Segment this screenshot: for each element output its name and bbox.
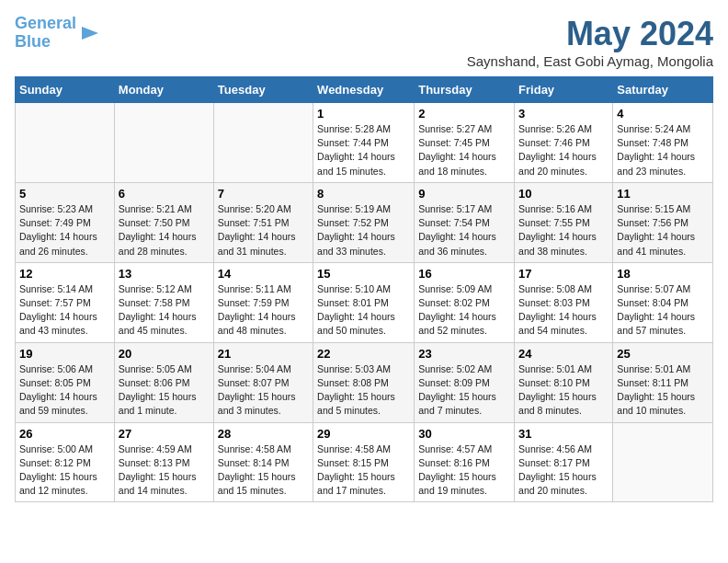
logo-arrow-icon [80, 23, 100, 43]
calendar-table: SundayMondayTuesdayWednesdayThursdayFrid… [15, 76, 713, 502]
week-row-4: 19Sunrise: 5:06 AM Sunset: 8:05 PM Dayli… [16, 342, 713, 422]
day-info: Sunrise: 5:02 AM Sunset: 8:09 PM Dayligh… [418, 362, 510, 419]
calendar-cell: 20Sunrise: 5:05 AM Sunset: 8:06 PM Dayli… [114, 342, 213, 422]
day-info: Sunrise: 5:16 AM Sunset: 7:55 PM Dayligh… [518, 202, 609, 259]
week-row-2: 5Sunrise: 5:23 AM Sunset: 7:49 PM Daylig… [16, 182, 713, 262]
day-info: Sunrise: 5:14 AM Sunset: 7:57 PM Dayligh… [19, 282, 110, 339]
day-info: Sunrise: 5:04 AM Sunset: 8:07 PM Dayligh… [218, 362, 309, 419]
calendar-cell: 19Sunrise: 5:06 AM Sunset: 8:05 PM Dayli… [16, 342, 115, 422]
day-info: Sunrise: 5:01 AM Sunset: 8:10 PM Dayligh… [518, 362, 609, 419]
day-info: Sunrise: 4:58 AM Sunset: 8:15 PM Dayligh… [317, 442, 410, 499]
day-info: Sunrise: 5:08 AM Sunset: 8:03 PM Dayligh… [518, 282, 609, 339]
logo-text: General Blue [15, 15, 76, 52]
calendar-cell: 18Sunrise: 5:07 AM Sunset: 8:04 PM Dayli… [613, 262, 713, 342]
day-number: 10 [518, 187, 609, 201]
day-number: 18 [617, 267, 709, 281]
day-info: Sunrise: 5:17 AM Sunset: 7:54 PM Dayligh… [418, 202, 510, 259]
calendar-cell: 6Sunrise: 5:21 AM Sunset: 7:50 PM Daylig… [114, 182, 213, 262]
day-number: 23 [418, 347, 510, 361]
calendar-cell: 5Sunrise: 5:23 AM Sunset: 7:49 PM Daylig… [16, 182, 115, 262]
day-info: Sunrise: 5:12 AM Sunset: 7:58 PM Dayligh… [119, 282, 210, 339]
calendar-cell [114, 103, 213, 183]
calendar-cell: 24Sunrise: 5:01 AM Sunset: 8:10 PM Dayli… [515, 342, 613, 422]
day-info: Sunrise: 4:56 AM Sunset: 8:17 PM Dayligh… [518, 442, 609, 499]
header-wednesday: Wednesday [313, 77, 415, 103]
calendar-cell: 31Sunrise: 4:56 AM Sunset: 8:17 PM Dayli… [515, 422, 613, 502]
page-header: General Blue May 2024 Saynshand, East Go… [15, 15, 713, 69]
title-section: May 2024 Saynshand, East Gobi Aymag, Mon… [467, 15, 713, 69]
day-info: Sunrise: 5:11 AM Sunset: 7:59 PM Dayligh… [218, 282, 309, 339]
day-info: Sunrise: 4:58 AM Sunset: 8:14 PM Dayligh… [218, 442, 309, 499]
day-info: Sunrise: 5:21 AM Sunset: 7:50 PM Dayligh… [119, 202, 210, 259]
day-info: Sunrise: 5:15 AM Sunset: 7:56 PM Dayligh… [617, 202, 709, 259]
day-info: Sunrise: 5:20 AM Sunset: 7:51 PM Dayligh… [218, 202, 309, 259]
calendar-cell [213, 103, 313, 183]
day-number: 31 [518, 427, 609, 441]
calendar-cell: 3Sunrise: 5:26 AM Sunset: 7:46 PM Daylig… [515, 103, 613, 183]
calendar-cell: 13Sunrise: 5:12 AM Sunset: 7:58 PM Dayli… [114, 262, 213, 342]
day-number: 29 [317, 427, 410, 441]
day-number: 3 [518, 107, 609, 121]
day-number: 19 [19, 347, 110, 361]
calendar-cell: 28Sunrise: 4:58 AM Sunset: 8:14 PM Dayli… [213, 422, 313, 502]
day-number: 7 [218, 187, 309, 201]
calendar-cell: 8Sunrise: 5:19 AM Sunset: 7:52 PM Daylig… [313, 182, 415, 262]
calendar-cell: 22Sunrise: 5:03 AM Sunset: 8:08 PM Dayli… [313, 342, 415, 422]
day-number: 30 [418, 427, 510, 441]
day-info: Sunrise: 5:05 AM Sunset: 8:06 PM Dayligh… [119, 362, 210, 419]
calendar-cell: 27Sunrise: 4:59 AM Sunset: 8:13 PM Dayli… [114, 422, 213, 502]
svg-marker-0 [82, 27, 98, 40]
day-number: 1 [317, 107, 410, 121]
day-number: 27 [119, 427, 210, 441]
calendar-cell: 25Sunrise: 5:01 AM Sunset: 8:11 PM Dayli… [613, 342, 713, 422]
calendar-cell [613, 422, 713, 502]
day-number: 17 [518, 267, 609, 281]
day-number: 25 [617, 347, 709, 361]
day-info: Sunrise: 5:28 AM Sunset: 7:44 PM Dayligh… [317, 122, 410, 178]
day-info: Sunrise: 5:03 AM Sunset: 8:08 PM Dayligh… [317, 362, 410, 419]
header-monday: Monday [114, 77, 213, 103]
header-thursday: Thursday [415, 77, 515, 103]
day-number: 11 [617, 187, 709, 201]
calendar-cell: 4Sunrise: 5:24 AM Sunset: 7:48 PM Daylig… [613, 103, 713, 183]
header-saturday: Saturday [613, 77, 713, 103]
calendar-cell [16, 103, 115, 183]
day-number: 24 [518, 347, 609, 361]
logo: General Blue [15, 15, 100, 52]
calendar-cell: 9Sunrise: 5:17 AM Sunset: 7:54 PM Daylig… [415, 182, 515, 262]
month-title: May 2024 [467, 15, 713, 53]
day-info: Sunrise: 5:01 AM Sunset: 8:11 PM Dayligh… [617, 362, 709, 419]
calendar-cell: 21Sunrise: 5:04 AM Sunset: 8:07 PM Dayli… [213, 342, 313, 422]
day-number: 21 [218, 347, 309, 361]
day-number: 22 [317, 347, 410, 361]
day-number: 15 [317, 267, 410, 281]
calendar-cell: 16Sunrise: 5:09 AM Sunset: 8:02 PM Dayli… [415, 262, 515, 342]
day-info: Sunrise: 5:24 AM Sunset: 7:48 PM Dayligh… [617, 122, 709, 178]
calendar-cell: 15Sunrise: 5:10 AM Sunset: 8:01 PM Dayli… [313, 262, 415, 342]
header-sunday: Sunday [16, 77, 115, 103]
calendar-cell: 29Sunrise: 4:58 AM Sunset: 8:15 PM Dayli… [313, 422, 415, 502]
day-number: 6 [119, 187, 210, 201]
day-number: 12 [19, 267, 110, 281]
calendar-cell: 2Sunrise: 5:27 AM Sunset: 7:45 PM Daylig… [415, 103, 515, 183]
day-info: Sunrise: 5:10 AM Sunset: 8:01 PM Dayligh… [317, 282, 410, 339]
day-info: Sunrise: 4:59 AM Sunset: 8:13 PM Dayligh… [119, 442, 210, 499]
day-number: 2 [418, 107, 510, 121]
header-friday: Friday [515, 77, 613, 103]
calendar-cell: 30Sunrise: 4:57 AM Sunset: 8:16 PM Dayli… [415, 422, 515, 502]
calendar-cell: 10Sunrise: 5:16 AM Sunset: 7:55 PM Dayli… [515, 182, 613, 262]
day-info: Sunrise: 5:07 AM Sunset: 8:04 PM Dayligh… [617, 282, 709, 339]
calendar-header-row: SundayMondayTuesdayWednesdayThursdayFrid… [16, 77, 713, 103]
calendar-cell: 7Sunrise: 5:20 AM Sunset: 7:51 PM Daylig… [213, 182, 313, 262]
day-number: 20 [119, 347, 210, 361]
day-info: Sunrise: 4:57 AM Sunset: 8:16 PM Dayligh… [418, 442, 510, 499]
day-number: 9 [418, 187, 510, 201]
day-info: Sunrise: 5:06 AM Sunset: 8:05 PM Dayligh… [19, 362, 110, 419]
day-number: 26 [19, 427, 110, 441]
calendar-cell: 14Sunrise: 5:11 AM Sunset: 7:59 PM Dayli… [213, 262, 313, 342]
day-number: 5 [19, 187, 110, 201]
calendar-cell: 26Sunrise: 5:00 AM Sunset: 8:12 PM Dayli… [16, 422, 115, 502]
day-number: 14 [218, 267, 309, 281]
calendar-cell: 11Sunrise: 5:15 AM Sunset: 7:56 PM Dayli… [613, 182, 713, 262]
week-row-3: 12Sunrise: 5:14 AM Sunset: 7:57 PM Dayli… [16, 262, 713, 342]
